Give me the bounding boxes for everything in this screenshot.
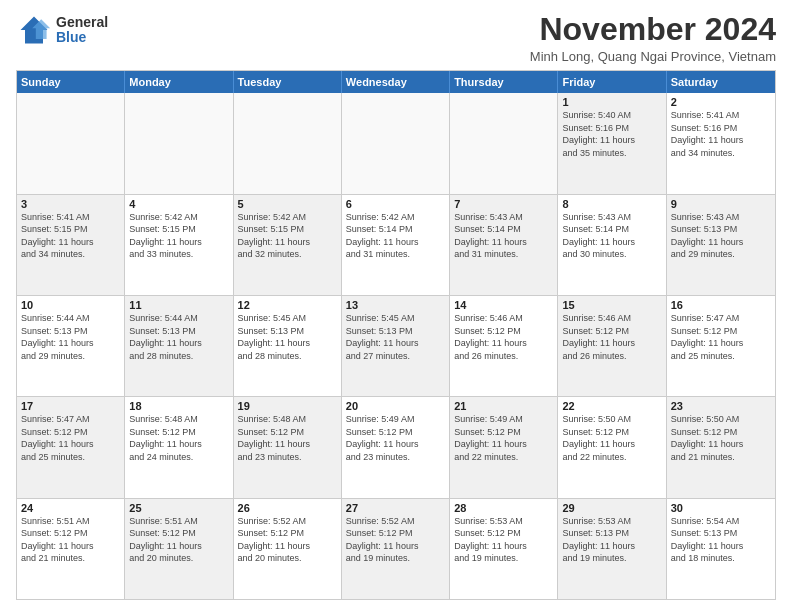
day-number: 18: [129, 400, 228, 412]
logo-blue-text: Blue: [56, 30, 108, 45]
page: General Blue November 2024 Minh Long, Qu…: [0, 0, 792, 612]
day-info: Sunrise: 5:44 AM Sunset: 5:13 PM Dayligh…: [21, 312, 120, 362]
day-info: Sunrise: 5:43 AM Sunset: 5:13 PM Dayligh…: [671, 211, 771, 261]
day-number: 29: [562, 502, 661, 514]
day-cell-22: 22Sunrise: 5:50 AM Sunset: 5:12 PM Dayli…: [558, 397, 666, 497]
day-number: 4: [129, 198, 228, 210]
day-cell-20: 20Sunrise: 5:49 AM Sunset: 5:12 PM Dayli…: [342, 397, 450, 497]
day-info: Sunrise: 5:44 AM Sunset: 5:13 PM Dayligh…: [129, 312, 228, 362]
day-info: Sunrise: 5:48 AM Sunset: 5:12 PM Dayligh…: [238, 413, 337, 463]
day-cell-27: 27Sunrise: 5:52 AM Sunset: 5:12 PM Dayli…: [342, 499, 450, 599]
day-info: Sunrise: 5:47 AM Sunset: 5:12 PM Dayligh…: [671, 312, 771, 362]
calendar-row-1: 3Sunrise: 5:41 AM Sunset: 5:15 PM Daylig…: [17, 194, 775, 295]
day-cell-6: 6Sunrise: 5:42 AM Sunset: 5:14 PM Daylig…: [342, 195, 450, 295]
day-cell-12: 12Sunrise: 5:45 AM Sunset: 5:13 PM Dayli…: [234, 296, 342, 396]
day-info: Sunrise: 5:45 AM Sunset: 5:13 PM Dayligh…: [238, 312, 337, 362]
header-cell-friday: Friday: [558, 71, 666, 93]
day-cell-30: 30Sunrise: 5:54 AM Sunset: 5:13 PM Dayli…: [667, 499, 775, 599]
day-info: Sunrise: 5:42 AM Sunset: 5:15 PM Dayligh…: [238, 211, 337, 261]
day-cell-2: 2Sunrise: 5:41 AM Sunset: 5:16 PM Daylig…: [667, 93, 775, 193]
location: Minh Long, Quang Ngai Province, Vietnam: [530, 49, 776, 64]
day-number: 20: [346, 400, 445, 412]
day-info: Sunrise: 5:52 AM Sunset: 5:12 PM Dayligh…: [346, 515, 445, 565]
header: General Blue November 2024 Minh Long, Qu…: [16, 12, 776, 64]
header-cell-sunday: Sunday: [17, 71, 125, 93]
month-title: November 2024: [530, 12, 776, 47]
empty-cell-0-3: [342, 93, 450, 193]
day-number: 2: [671, 96, 771, 108]
day-number: 11: [129, 299, 228, 311]
day-number: 14: [454, 299, 553, 311]
day-number: 3: [21, 198, 120, 210]
calendar: SundayMondayTuesdayWednesdayThursdayFrid…: [16, 70, 776, 600]
day-info: Sunrise: 5:41 AM Sunset: 5:15 PM Dayligh…: [21, 211, 120, 261]
calendar-row-0: 1Sunrise: 5:40 AM Sunset: 5:16 PM Daylig…: [17, 93, 775, 193]
day-cell-1: 1Sunrise: 5:40 AM Sunset: 5:16 PM Daylig…: [558, 93, 666, 193]
day-cell-3: 3Sunrise: 5:41 AM Sunset: 5:15 PM Daylig…: [17, 195, 125, 295]
day-info: Sunrise: 5:53 AM Sunset: 5:12 PM Dayligh…: [454, 515, 553, 565]
day-number: 9: [671, 198, 771, 210]
day-number: 27: [346, 502, 445, 514]
day-info: Sunrise: 5:42 AM Sunset: 5:15 PM Dayligh…: [129, 211, 228, 261]
day-info: Sunrise: 5:40 AM Sunset: 5:16 PM Dayligh…: [562, 109, 661, 159]
day-cell-25: 25Sunrise: 5:51 AM Sunset: 5:12 PM Dayli…: [125, 499, 233, 599]
logo-icon: [16, 12, 52, 48]
day-number: 17: [21, 400, 120, 412]
day-info: Sunrise: 5:43 AM Sunset: 5:14 PM Dayligh…: [562, 211, 661, 261]
empty-cell-0-2: [234, 93, 342, 193]
day-number: 25: [129, 502, 228, 514]
day-cell-7: 7Sunrise: 5:43 AM Sunset: 5:14 PM Daylig…: [450, 195, 558, 295]
empty-cell-0-0: [17, 93, 125, 193]
day-number: 10: [21, 299, 120, 311]
day-cell-26: 26Sunrise: 5:52 AM Sunset: 5:12 PM Dayli…: [234, 499, 342, 599]
day-cell-11: 11Sunrise: 5:44 AM Sunset: 5:13 PM Dayli…: [125, 296, 233, 396]
day-cell-21: 21Sunrise: 5:49 AM Sunset: 5:12 PM Dayli…: [450, 397, 558, 497]
logo: General Blue: [16, 12, 108, 48]
day-info: Sunrise: 5:52 AM Sunset: 5:12 PM Dayligh…: [238, 515, 337, 565]
calendar-header: SundayMondayTuesdayWednesdayThursdayFrid…: [17, 71, 775, 93]
day-info: Sunrise: 5:49 AM Sunset: 5:12 PM Dayligh…: [454, 413, 553, 463]
day-cell-15: 15Sunrise: 5:46 AM Sunset: 5:12 PM Dayli…: [558, 296, 666, 396]
logo-general-text: General: [56, 15, 108, 30]
day-cell-23: 23Sunrise: 5:50 AM Sunset: 5:12 PM Dayli…: [667, 397, 775, 497]
day-info: Sunrise: 5:43 AM Sunset: 5:14 PM Dayligh…: [454, 211, 553, 261]
day-number: 19: [238, 400, 337, 412]
day-number: 30: [671, 502, 771, 514]
day-info: Sunrise: 5:46 AM Sunset: 5:12 PM Dayligh…: [562, 312, 661, 362]
day-cell-29: 29Sunrise: 5:53 AM Sunset: 5:13 PM Dayli…: [558, 499, 666, 599]
day-cell-13: 13Sunrise: 5:45 AM Sunset: 5:13 PM Dayli…: [342, 296, 450, 396]
calendar-body: 1Sunrise: 5:40 AM Sunset: 5:16 PM Daylig…: [17, 93, 775, 599]
day-info: Sunrise: 5:46 AM Sunset: 5:12 PM Dayligh…: [454, 312, 553, 362]
day-cell-24: 24Sunrise: 5:51 AM Sunset: 5:12 PM Dayli…: [17, 499, 125, 599]
day-info: Sunrise: 5:51 AM Sunset: 5:12 PM Dayligh…: [21, 515, 120, 565]
calendar-row-3: 17Sunrise: 5:47 AM Sunset: 5:12 PM Dayli…: [17, 396, 775, 497]
day-info: Sunrise: 5:54 AM Sunset: 5:13 PM Dayligh…: [671, 515, 771, 565]
day-cell-4: 4Sunrise: 5:42 AM Sunset: 5:15 PM Daylig…: [125, 195, 233, 295]
day-number: 1: [562, 96, 661, 108]
empty-cell-0-4: [450, 93, 558, 193]
day-info: Sunrise: 5:51 AM Sunset: 5:12 PM Dayligh…: [129, 515, 228, 565]
day-cell-5: 5Sunrise: 5:42 AM Sunset: 5:15 PM Daylig…: [234, 195, 342, 295]
title-block: November 2024 Minh Long, Quang Ngai Prov…: [530, 12, 776, 64]
day-info: Sunrise: 5:42 AM Sunset: 5:14 PM Dayligh…: [346, 211, 445, 261]
day-cell-9: 9Sunrise: 5:43 AM Sunset: 5:13 PM Daylig…: [667, 195, 775, 295]
day-number: 13: [346, 299, 445, 311]
day-info: Sunrise: 5:49 AM Sunset: 5:12 PM Dayligh…: [346, 413, 445, 463]
header-cell-wednesday: Wednesday: [342, 71, 450, 93]
day-cell-28: 28Sunrise: 5:53 AM Sunset: 5:12 PM Dayli…: [450, 499, 558, 599]
day-number: 12: [238, 299, 337, 311]
day-info: Sunrise: 5:48 AM Sunset: 5:12 PM Dayligh…: [129, 413, 228, 463]
day-number: 26: [238, 502, 337, 514]
day-number: 16: [671, 299, 771, 311]
header-cell-tuesday: Tuesday: [234, 71, 342, 93]
logo-text: General Blue: [56, 15, 108, 46]
day-number: 6: [346, 198, 445, 210]
day-info: Sunrise: 5:41 AM Sunset: 5:16 PM Dayligh…: [671, 109, 771, 159]
day-number: 23: [671, 400, 771, 412]
header-cell-thursday: Thursday: [450, 71, 558, 93]
day-cell-16: 16Sunrise: 5:47 AM Sunset: 5:12 PM Dayli…: [667, 296, 775, 396]
calendar-row-4: 24Sunrise: 5:51 AM Sunset: 5:12 PM Dayli…: [17, 498, 775, 599]
day-number: 22: [562, 400, 661, 412]
day-number: 15: [562, 299, 661, 311]
day-info: Sunrise: 5:45 AM Sunset: 5:13 PM Dayligh…: [346, 312, 445, 362]
